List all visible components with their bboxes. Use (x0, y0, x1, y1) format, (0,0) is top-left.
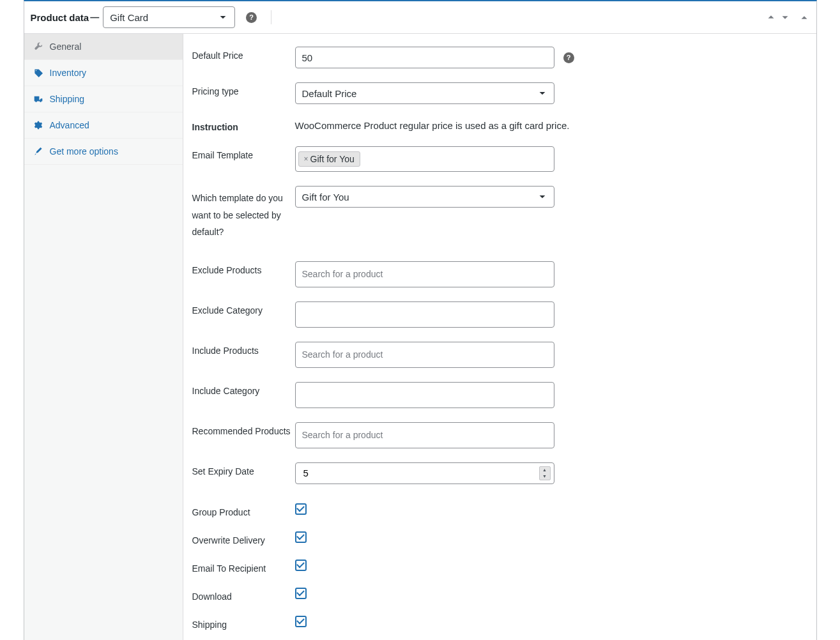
label-exclude-products: Exclude Products (192, 261, 295, 275)
tag-icon (33, 68, 43, 78)
brush-icon (33, 146, 43, 156)
panel-down-icon[interactable] (779, 11, 791, 23)
email-template-multiselect[interactable]: × Gift for You (295, 146, 554, 172)
gear-icon (33, 120, 43, 130)
tag-remove-icon[interactable]: × (304, 155, 309, 164)
include-category-input[interactable] (295, 382, 554, 408)
panel-body: General Inventory Shipping Advanced (24, 34, 816, 640)
panel-title: Product data (31, 12, 89, 23)
label-shipping: Shipping (192, 616, 295, 630)
row-download: Download (192, 588, 807, 602)
sidebar-item-label: Advanced (50, 120, 89, 130)
tag-label: Gift for You (310, 154, 355, 164)
row-exclude-category: Exclude Category (192, 301, 807, 328)
panel-controls (765, 11, 810, 23)
placeholder: Search for a product (298, 349, 383, 360)
exclude-category-input[interactable] (295, 301, 554, 328)
panel-header: Product data — Gift Card ? (24, 1, 816, 34)
sidebar-item-advanced[interactable]: Advanced (24, 112, 183, 139)
default-template-select[interactable]: Gift for You (295, 186, 554, 208)
row-overwrite-delivery: Overwrite Delivery (192, 531, 807, 545)
title-dash: — (90, 12, 99, 22)
template-tag[interactable]: × Gift for You (298, 151, 360, 167)
row-email-template: Email Template × Gift for You (192, 146, 807, 172)
label-email-to-recipient: Email To Recipient (192, 560, 295, 574)
shipping-checkbox[interactable] (295, 616, 307, 627)
truck-icon (33, 94, 43, 104)
row-exclude-products: Exclude Products Search for a product (192, 261, 807, 287)
expiry-date-input[interactable] (295, 462, 554, 484)
row-pricing-type: Pricing type Default Price (192, 82, 807, 104)
placeholder: Search for a product (298, 269, 383, 279)
spinner-up-icon[interactable]: ▲ (540, 467, 550, 473)
download-checkbox[interactable] (295, 588, 307, 599)
help-icon[interactable]: ? (246, 12, 257, 23)
row-shipping: Shipping (192, 616, 807, 630)
sidebar-item-label: General (50, 42, 82, 52)
label-group-product: Group Product (192, 503, 295, 517)
label-exclude-category: Exclude Category (192, 301, 295, 316)
sidebar-item-shipping[interactable]: Shipping (24, 86, 183, 112)
instruction-text: WooCommerce Product regular price is use… (295, 118, 570, 131)
label-pricing-type: Pricing type (192, 82, 295, 96)
label-instruction: Instruction (192, 118, 295, 132)
row-include-category: Include Category (192, 382, 807, 408)
sidebar-item-label: Get more options (50, 146, 118, 156)
row-email-to-recipient: Email To Recipient (192, 560, 807, 574)
panel-toggle-icon[interactable] (798, 11, 810, 23)
sidebar-item-general[interactable]: General (24, 34, 183, 60)
label-default-price: Default Price (192, 47, 295, 61)
spinner-down-icon[interactable]: ▼ (540, 473, 550, 480)
product-type-select[interactable]: Gift Card (103, 6, 235, 28)
product-data-panel: Product data — Gift Card ? General (24, 0, 817, 640)
panel-up-icon[interactable] (765, 11, 777, 23)
help-icon[interactable]: ? (563, 52, 574, 63)
sidebar-item-label: Shipping (50, 94, 85, 104)
include-products-input[interactable]: Search for a product (295, 342, 554, 368)
label-include-category: Include Category (192, 382, 295, 396)
row-expiry-date: Set Expiry Date ▲ ▼ (192, 462, 807, 484)
label-overwrite-delivery: Overwrite Delivery (192, 531, 295, 545)
row-default-price: Default Price ? (192, 47, 807, 68)
label-default-template: Which template do you want to be selecte… (192, 186, 295, 241)
main-content: Default Price ? Pricing type Default Pri… (183, 34, 816, 640)
divider (271, 10, 271, 24)
label-recommended-products: Recommended Products (192, 422, 295, 436)
row-include-products: Include Products Search for a product (192, 342, 807, 368)
label-expiry-date: Set Expiry Date (192, 462, 295, 476)
wrench-icon (33, 42, 43, 52)
row-recommended-products: Recommended Products Search for a produc… (192, 422, 807, 448)
sidebar-item-inventory[interactable]: Inventory (24, 60, 183, 86)
group-product-checkbox[interactable] (295, 503, 307, 515)
overwrite-delivery-checkbox[interactable] (295, 531, 307, 543)
row-default-template: Which template do you want to be selecte… (192, 186, 807, 241)
sidebar-item-label: Inventory (50, 68, 87, 78)
label-include-products: Include Products (192, 342, 295, 356)
sidebar: General Inventory Shipping Advanced (24, 34, 183, 640)
label-download: Download (192, 588, 295, 602)
pricing-type-select[interactable]: Default Price (295, 82, 554, 104)
recommended-products-input[interactable]: Search for a product (295, 422, 554, 448)
number-spinner: ▲ ▼ (539, 466, 551, 480)
row-group-product: Group Product (192, 503, 807, 517)
default-price-input[interactable] (295, 47, 554, 68)
label-email-template: Email Template (192, 146, 295, 160)
placeholder: Search for a product (298, 430, 383, 440)
email-to-recipient-checkbox[interactable] (295, 560, 307, 571)
exclude-products-input[interactable]: Search for a product (295, 261, 554, 287)
sidebar-item-more-options[interactable]: Get more options (24, 139, 183, 165)
row-instruction: Instruction WooCommerce Product regular … (192, 118, 807, 132)
